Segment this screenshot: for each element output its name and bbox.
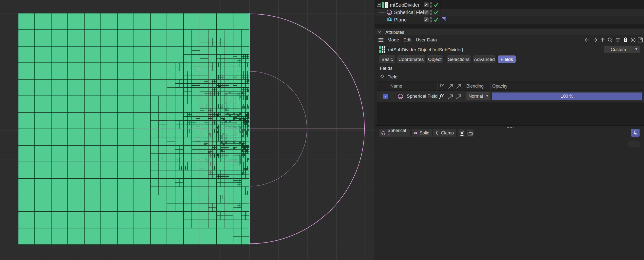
render-visibility-dot[interactable] [430,6,432,8]
attributes-titlebar: ✕ Attributes [375,28,644,35]
panel-title: Attributes [386,30,404,35]
enabled-check-icon[interactable] [433,17,439,24]
plane-icon [386,17,392,24]
clamp-icon [633,130,638,135]
spherical-field-icon [386,9,392,16]
menu-mode[interactable]: Mode [388,37,399,43]
om-item-label[interactable]: mtSubDivider [390,1,420,9]
field-row-spherical-field[interactable]: ✓ Spherical Field Normal ▼ 100 % [377,91,644,102]
value-arrow-icon[interactable] [456,93,462,100]
om-row-mtsubdivider[interactable]: mtSubDivider [375,1,644,9]
preset-value: Custom [604,47,633,52]
blending-value: Normal [468,94,483,99]
field-group-label: Field [388,74,398,80]
field-tag-flag-icon[interactable] [441,17,446,23]
col-blending[interactable]: Blending [466,84,484,89]
menu-edit[interactable]: Edit [404,37,412,43]
button-label: Spherical F... [388,128,408,138]
field-list-header: Name Blending Opacity [377,82,644,91]
remap-curve-icon[interactable] [438,93,445,100]
clamp-icon [436,130,439,136]
value-arrow-icon[interactable] [447,83,454,89]
om-item-label[interactable]: Plane [394,16,407,24]
subdivider-grid-icon [378,46,386,54]
preset-dropdown[interactable]: Custom ▼ [604,46,640,53]
search-icon[interactable] [607,37,613,43]
subdivider-grid-icon [382,2,388,9]
col-name[interactable]: Name [390,84,402,89]
enabled-check-icon[interactable] [433,2,439,9]
object-manager: mtSubDivider Spherical Field [375,0,644,28]
value-arrow-icon[interactable] [456,83,462,89]
chevron-down-icon: ▼ [634,47,638,51]
button-label: Solid [420,130,429,136]
parent-up-icon[interactable] [600,37,606,43]
ghost-highlight [628,141,640,148]
edit-toggle-icon[interactable] [424,10,428,14]
spherical-field-icon [398,94,404,100]
lock-icon[interactable] [622,37,628,43]
viewport-3d[interactable] [0,0,374,260]
hamburger-menu-icon[interactable] [378,37,384,43]
editor-visibility-dot[interactable] [430,10,432,12]
field-enabled-checkbox[interactable]: ✓ [383,94,388,99]
menu-user-data[interactable]: User Data [416,37,437,43]
filter-icon[interactable] [615,37,621,43]
chevron-down-icon: ▼ [486,94,489,98]
new-folder-button[interactable] [466,129,474,137]
editor-visibility-dot[interactable] [430,17,432,19]
right-panel: mtSubDivider Spherical Field [374,0,644,260]
new-panel-icon[interactable] [637,37,643,43]
tab-object[interactable]: Object [427,56,443,63]
col-opacity[interactable]: Opacity [492,84,507,89]
object-title-row: mtSubDivider Object [mtSubDivider] Custo… [375,46,644,54]
track-target-icon[interactable] [630,37,636,43]
enabled-check-icon[interactable] [433,10,439,16]
value-arrow-icon[interactable] [447,93,454,100]
clamp-mode-button[interactable] [631,129,640,137]
edit-toggle-icon[interactable] [424,17,428,22]
tab-advanced[interactable]: Advanced [473,56,496,63]
folder-plus-icon [466,130,474,136]
spherical-field-icon [381,130,386,136]
list-resize-handle[interactable] [375,125,644,129]
edit-toggle-icon[interactable] [424,2,428,7]
render-visibility-dot[interactable] [430,20,432,22]
solid-toggle-icon [414,132,418,135]
add-spherical-field-button[interactable]: Spherical F... [379,129,410,137]
field-list: Name Blending Opacity ✓ Spherical Field [377,81,644,125]
tab-fields[interactable]: Fields [498,56,516,63]
history-forward-icon[interactable] [592,37,598,43]
section-heading: Fields [380,66,392,71]
editor-visibility-dot[interactable] [430,2,432,4]
field-group-header[interactable]: Field [375,74,644,80]
mask-icon [458,130,465,136]
remap-curve-icon[interactable] [438,83,445,89]
group-diamond-icon [380,74,384,78]
button-label: Clamp [441,130,454,136]
close-icon[interactable]: ✕ [378,30,381,35]
render-visibility-dot[interactable] [430,13,432,15]
blending-dropdown[interactable]: Normal ▼ [466,92,490,100]
field-footer-bar: Spherical F... Solid Clamp [375,129,644,139]
history-back-icon[interactable] [584,37,590,43]
tree-collapse-icon[interactable] [377,3,381,7]
field-name[interactable]: Spherical Field [407,94,438,99]
om-item-label[interactable]: Spherical Field [394,9,426,16]
layer-mask-button[interactable] [458,129,465,137]
opacity-slider[interactable]: 100 % [492,92,642,100]
solid-layer-button[interactable]: Solid [412,129,432,137]
clamp-layer-button[interactable]: Clamp [433,129,456,137]
tab-basic[interactable]: Basic [379,56,395,63]
tab-selections[interactable]: Selections [446,56,471,63]
attributes-menubar: Mode Edit User Data [375,35,644,44]
tab-coordinates[interactable]: Coordinates [397,56,426,63]
om-row-spherical-field[interactable]: Spherical Field [375,9,644,16]
object-title: mtSubDivider Object [mtSubDivider] [388,47,463,52]
om-row-plane[interactable]: Plane [375,16,644,24]
drag-dots-icon [507,127,514,128]
